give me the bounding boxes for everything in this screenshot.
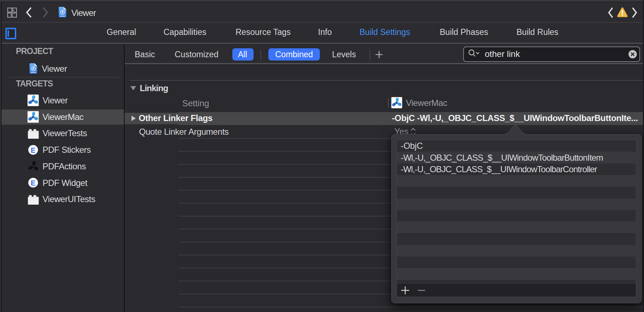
svg-text:E: E [31, 146, 35, 154]
svg-text:E: E [31, 179, 35, 187]
